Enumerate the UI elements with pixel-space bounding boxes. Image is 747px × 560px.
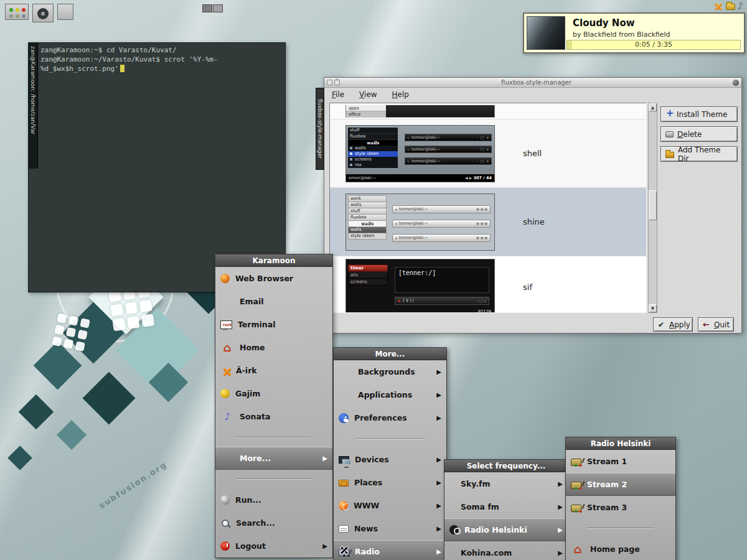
icon-spacer <box>339 366 352 378</box>
preview-pager: 307 / 44 <box>465 175 492 180</box>
theme-row-sif[interactable]: timer alls screens [tenner:/] [ $ ] / 02… <box>330 256 646 313</box>
menu-item-somafm[interactable]: Soma fm <box>444 495 568 518</box>
menu-item-preferences[interactable]: Preferences <box>334 406 446 429</box>
menu-item-logout[interactable]: Logout <box>215 534 332 558</box>
menu-item-web-browser[interactable]: Web Browser <box>215 267 332 290</box>
menu-item-label: Web Browser <box>235 274 293 283</box>
preview-menu-item: apps <box>346 105 386 111</box>
radio-helsinki-icon <box>449 525 459 534</box>
theme-row-partial[interactable]: apps office <box>330 103 646 119</box>
theme-row-shell[interactable]: stuff fluxbox walls walls style ideen sc… <box>330 119 646 188</box>
menu-item-label: Sky.fm <box>461 479 491 488</box>
menu-item-stream-3[interactable]: Stream 3 <box>566 496 675 519</box>
add-theme-dir-label: Add Theme Dir <box>678 146 733 163</box>
preview-titlebar-text: tenner@loki:~ <box>399 207 428 212</box>
root-menu: Karamoon Web Browser Email Terminal Home… <box>215 254 333 558</box>
menu-item-kohina[interactable]: Kohina.com <box>444 541 568 560</box>
preview-menu-item: alls <box>348 272 388 279</box>
menu-view[interactable]: View <box>359 90 377 99</box>
scroll-down-button[interactable] <box>649 304 657 312</box>
web-browser-icon <box>220 274 230 283</box>
scroll-up-button[interactable] <box>649 103 657 111</box>
dockapp-blank[interactable] <box>57 4 73 20</box>
menu-item-label: Backgrounds <box>358 367 415 376</box>
workspace-pager-cell-1[interactable] <box>202 4 212 12</box>
menu-item-stream-1[interactable]: Stream 1 <box>566 450 675 473</box>
preview-menu-item: screens <box>348 279 388 286</box>
menu-item-stream-2[interactable]: Stream 2 <box>566 473 675 496</box>
menu-item-radio-helsinki[interactable]: Radio Helsinki <box>444 518 568 541</box>
menu-item-airk[interactable]: Ä-irk <box>215 359 332 382</box>
menu-file[interactable]: File <box>332 90 344 99</box>
menu-item-news[interactable]: News <box>334 517 446 540</box>
mouse-cursor <box>339 545 349 555</box>
preview-titlebar-text: tenner@loki:~ <box>399 235 428 240</box>
preview-menu-item: rox <box>348 162 398 168</box>
menu-item-devices[interactable]: Devices <box>334 448 446 471</box>
submenu-arrow-icon <box>436 525 441 532</box>
apply-label: Apply <box>669 320 690 329</box>
dockapp-leds[interactable] <box>5 4 29 20</box>
now-playing-popup[interactable]: Cloudy Now by Blackfield from Blackfield… <box>523 12 745 54</box>
submenu-arrow-icon <box>558 526 563 533</box>
menu-item-run[interactable]: Run... <box>215 488 332 511</box>
progress-bar[interactable]: 0:05 / 3:35 <box>566 40 741 50</box>
preview-titlebar: tenner@loki:~ <box>392 205 491 213</box>
scrollbar-thumb[interactable] <box>649 190 657 220</box>
gajim-icon <box>220 389 230 398</box>
menu-item-search[interactable]: Search... <box>215 511 332 534</box>
submenu-arrow-icon <box>436 479 441 486</box>
workspace-pager-cell-2[interactable] <box>213 4 223 12</box>
preview-windows: tenner@loki:~ tenner@loki:~ tenner@loki:… <box>392 205 491 248</box>
menu-item-applications[interactable]: Applications <box>334 383 446 406</box>
preview-titlebar-text: [ $ ] / <box>403 298 414 303</box>
run-icon <box>220 495 230 505</box>
window-titlebar[interactable]: fluxbox-style-manager <box>324 78 741 88</box>
menu-item-more[interactable]: More... <box>215 447 332 470</box>
music-note-tray-icon[interactable]: ♪ <box>737 1 747 11</box>
theme-list[interactable]: apps office stuff fluxbox walls walls st… <box>329 103 647 313</box>
preview-statusbar: enner@loki:~ 307 / 44 <box>346 174 494 182</box>
menu-item-radio[interactable]: Radio <box>334 540 446 560</box>
checkmark-icon <box>658 320 665 329</box>
menu-item-skyfm[interactable]: Sky.fm <box>444 472 568 495</box>
folder-tray-icon[interactable] <box>726 4 735 10</box>
track-title: Cloudy Now <box>573 17 635 29</box>
terminal-tab[interactable]: zan@Karamoon: /home/zan/Var <box>29 43 38 169</box>
add-theme-dir-button[interactable]: Add Theme Dir <box>660 146 738 162</box>
dockapp-cd-player[interactable] <box>32 4 54 22</box>
menu-item-gajim[interactable]: Gajim <box>215 382 332 405</box>
menu-item-label: Email <box>240 297 264 306</box>
close-button[interactable] <box>733 80 739 86</box>
menu-item-places[interactable]: Places <box>334 471 446 494</box>
quit-button[interactable]: Quit <box>698 317 734 332</box>
preview-titlebar-text: tenner@loki:~ <box>411 135 441 140</box>
menu-item-terminal[interactable]: Terminal <box>215 313 332 336</box>
menu-help[interactable]: Help <box>392 90 409 99</box>
preview-menu-title: walls <box>348 220 387 227</box>
xchat-tray-icon[interactable] <box>713 2 723 12</box>
theme-row-shine[interactable]: work walls stuff fluxbox walls walls sty… <box>330 188 646 256</box>
rxvt-terminal-icon <box>220 320 232 329</box>
menu-item-email[interactable]: Email <box>215 290 332 313</box>
menu-item-www[interactable]: WWW <box>334 494 446 517</box>
apply-button[interactable]: Apply <box>653 317 693 332</box>
menu-item-home-page[interactable]: Home page <box>566 538 675 560</box>
menu-item-label: Run... <box>235 495 261 505</box>
menu-item-sonata[interactable]: Sonata <box>215 405 332 428</box>
submenu-arrow-icon <box>436 391 441 398</box>
delete-button[interactable]: Delete <box>660 126 738 142</box>
preview-menu-item: style ideen <box>348 151 398 157</box>
install-theme-button[interactable]: Install Theme <box>660 106 738 122</box>
shade-button[interactable] <box>334 80 340 85</box>
menu-item-backgrounds[interactable]: Backgrounds <box>334 360 446 383</box>
theme-list-scrollbar[interactable] <box>648 103 657 313</box>
menu-item-label: Devices <box>355 455 389 464</box>
menu-item-home[interactable]: Home <box>215 336 332 359</box>
preview-titlebar: tenner@loki:~ <box>405 157 492 165</box>
theme-preview-shell: stuff fluxbox walls walls style ideen sc… <box>345 125 495 182</box>
style-manager-window: fluxbox-style-manager fluxbox-style-mana… <box>324 77 742 334</box>
window-side-tab[interactable]: fluxbox-style-manager <box>316 88 324 170</box>
window-menu-button[interactable] <box>327 80 332 85</box>
theme-preview-shine: work walls stuff fluxbox walls walls sty… <box>345 194 495 251</box>
